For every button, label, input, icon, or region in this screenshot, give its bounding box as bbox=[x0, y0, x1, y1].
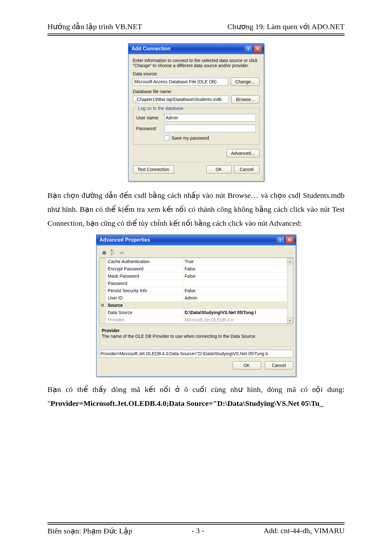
logon-group-label: Log on to the database bbox=[137, 106, 185, 111]
property-name: Provider bbox=[106, 316, 183, 323]
property-row[interactable]: Persist Security InfoFalse bbox=[99, 287, 293, 294]
paragraph-2b: Provider=Microsoft.Jet.OLEDB.4.0;Data So… bbox=[51, 399, 323, 407]
password-input[interactable] bbox=[164, 125, 256, 132]
user-name-input[interactable] bbox=[164, 114, 256, 122]
gutter bbox=[99, 265, 106, 272]
advanced-button[interactable]: Advanced... bbox=[227, 149, 259, 157]
scroll-down-icon[interactable]: ▾ bbox=[287, 317, 293, 324]
resize-grip-icon[interactable]: ⋰ bbox=[128, 177, 264, 181]
ok-button[interactable]: OK bbox=[233, 361, 261, 369]
property-row[interactable]: Data SourceD:\Data\Studying\VS.Net 05\Tu… bbox=[99, 309, 293, 316]
property-value[interactable]: True bbox=[183, 258, 293, 265]
close-icon[interactable]: ✕ bbox=[286, 236, 294, 244]
property-name: Password bbox=[106, 280, 183, 287]
property-row[interactable]: Encrypt PasswordFalse bbox=[99, 265, 293, 273]
cancel-button[interactable]: Cancel bbox=[234, 165, 259, 173]
property-grid-toolbar: ▦ AZ↓ ▭ bbox=[99, 247, 293, 258]
paragraph-1: Bạn chọn đường dẫn đến csdl bằng cách nh… bbox=[47, 188, 345, 230]
property-help-pane: Provider The name of the OLE DB Provider… bbox=[99, 326, 293, 347]
property-value[interactable]: D:\Data\Studying\VS.Net 05\Tung l bbox=[183, 309, 293, 316]
gutter bbox=[99, 258, 106, 265]
alphabetical-sort-icon[interactable]: AZ↓ bbox=[109, 249, 117, 256]
gutter bbox=[99, 309, 106, 316]
property-name: User ID bbox=[106, 294, 183, 301]
property-name: Persist Security Info bbox=[106, 287, 183, 294]
db-file-input[interactable] bbox=[133, 96, 229, 103]
header-rule bbox=[47, 34, 345, 36]
add-connection-dialog: Add Connection ? ✕ Enter information to … bbox=[128, 43, 264, 181]
property-grid[interactable]: ▴ ▾ Cache AuthenticationTrueEncrypt Pass… bbox=[99, 258, 293, 324]
help-icon[interactable]: ? bbox=[276, 236, 284, 244]
connection-string-input[interactable] bbox=[99, 350, 293, 357]
change-button[interactable]: Change... bbox=[231, 78, 259, 86]
gutter bbox=[99, 273, 106, 280]
property-group[interactable]: ⊟Source bbox=[99, 302, 293, 309]
data-source-input[interactable] bbox=[133, 78, 228, 85]
property-name: Cache Authentication bbox=[106, 258, 183, 265]
categorized-icon[interactable]: ▦ bbox=[100, 249, 108, 256]
property-row[interactable]: User IDAdmin bbox=[99, 294, 293, 302]
footer-left: Biên soạn: Phạm Đức Lập bbox=[47, 527, 132, 535]
resize-grip-icon[interactable]: ⋰ bbox=[96, 372, 296, 376]
property-value[interactable]: Microsoft.Jet.OLEDB.4.0 bbox=[183, 316, 293, 323]
property-name: Source bbox=[106, 302, 183, 309]
property-value bbox=[183, 302, 293, 309]
property-name: Data Source bbox=[106, 309, 183, 316]
help-text: The name of the OLE DB Provider to use w… bbox=[102, 334, 290, 339]
doc-header-right: Chương 19: Làm quen với ADO.NET bbox=[227, 22, 345, 31]
property-value[interactable]: False bbox=[183, 265, 293, 272]
browse-button[interactable]: Browse... bbox=[231, 95, 259, 104]
close-icon[interactable]: ✕ bbox=[254, 45, 262, 53]
dialog-title: Add Connection bbox=[132, 46, 243, 52]
property-row[interactable]: Cache AuthenticationTrue bbox=[99, 258, 293, 265]
footer-rule bbox=[47, 522, 345, 525]
property-row[interactable]: ProviderMicrosoft.Jet.OLEDB.4.0 bbox=[99, 316, 293, 324]
property-value[interactable]: Admin bbox=[183, 294, 293, 301]
property-row[interactable]: Mask PasswordFalse bbox=[99, 273, 293, 280]
save-password-label: Save my password bbox=[172, 136, 209, 141]
property-value[interactable] bbox=[183, 280, 293, 287]
ok-button[interactable]: OK bbox=[206, 165, 232, 173]
advanced-properties-dialog: Advanced Properties ? ✕ ▦ AZ↓ ▭ ▴ ▾ bbox=[96, 235, 296, 377]
dialog-title: Advanced Properties bbox=[100, 237, 275, 243]
property-row[interactable]: Password bbox=[99, 280, 293, 287]
property-pages-icon[interactable]: ▭ bbox=[118, 249, 126, 256]
doc-header-left: Hướng dẫn lập trình VB.NET bbox=[47, 22, 142, 31]
help-icon[interactable]: ? bbox=[244, 45, 252, 53]
gutter bbox=[99, 294, 106, 301]
footer-right: Add: cnt-44-dh, VIMARU bbox=[264, 527, 345, 535]
property-name: Mask Password bbox=[106, 273, 183, 280]
property-value[interactable]: False bbox=[183, 287, 293, 294]
collapse-icon[interactable]: ⊟ bbox=[99, 302, 106, 309]
password-label: Password: bbox=[136, 126, 162, 131]
property-name: Encrypt Password bbox=[106, 265, 183, 272]
help-title: Provider bbox=[102, 328, 290, 333]
intro-text: Enter information to connect to the sele… bbox=[133, 58, 259, 68]
db-file-label: Database file name: bbox=[133, 89, 259, 94]
user-name-label: User name: bbox=[136, 115, 162, 120]
save-password-checkbox[interactable] bbox=[164, 136, 169, 141]
property-value[interactable]: False bbox=[183, 273, 293, 280]
gutter bbox=[99, 280, 106, 287]
scroll-up-icon[interactable]: ▴ bbox=[287, 258, 293, 264]
gutter bbox=[99, 316, 106, 323]
gutter bbox=[99, 287, 106, 294]
cancel-button[interactable]: Cancel bbox=[265, 361, 293, 369]
data-source-label: Data source: bbox=[133, 71, 259, 76]
test-connection-button[interactable]: Test Connection bbox=[133, 165, 174, 173]
footer-center: - 3 - bbox=[191, 527, 204, 535]
